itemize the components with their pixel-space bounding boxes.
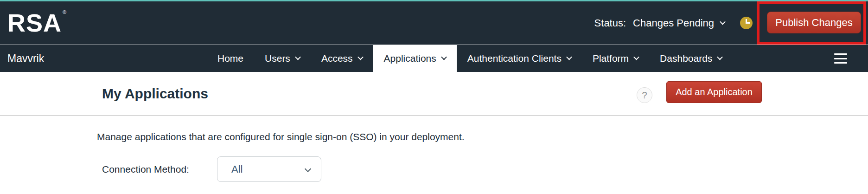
nav-item-access[interactable]: Access: [311, 45, 373, 72]
nav-item-label: Platform: [593, 53, 629, 64]
publish-changes-button[interactable]: Publish Changes: [767, 12, 861, 33]
connection-method-select[interactable]: All: [217, 156, 321, 182]
help-icon[interactable]: ?: [637, 87, 652, 103]
chevron-down-icon: [717, 54, 723, 60]
nav-item-label: Dashboards: [660, 53, 712, 64]
page-title: My Applications: [102, 86, 208, 102]
nav-item-authentication-clients[interactable]: Authentication Clients: [457, 45, 582, 72]
status-chevron-down-icon[interactable]: [720, 19, 726, 25]
add-application-button[interactable]: Add an Application: [666, 81, 762, 103]
nav-item-label: Users: [265, 53, 290, 64]
status-label: Status:: [594, 17, 626, 29]
nav-item-label: Authentication Clients: [467, 53, 562, 64]
nav-item-users[interactable]: Users: [254, 45, 311, 72]
connection-method-select-wrap: All: [217, 156, 321, 182]
nav-item-home[interactable]: Home: [207, 45, 254, 72]
nav-items: Home Users Access Applications Authentic…: [207, 45, 733, 72]
top-bar: RSA® Status: Changes Pending Publish Cha…: [0, 1, 868, 45]
chevron-down-icon: [633, 54, 639, 60]
nav-item-applications[interactable]: Applications: [373, 45, 457, 72]
nav-item-label: Access: [321, 53, 353, 64]
chevron-down-icon: [357, 54, 364, 60]
nav-item-label: Home: [217, 53, 243, 64]
status-group: Status: Changes Pending: [594, 1, 753, 45]
connection-method-label: Connection Method:: [102, 164, 189, 175]
chevron-down-icon: [441, 54, 447, 60]
status-value[interactable]: Changes Pending: [633, 17, 714, 29]
clock-hour-hand: [746, 22, 750, 24]
page-description: Manage applications that are configured …: [97, 131, 465, 142]
pending-clock-icon: [740, 17, 753, 29]
chevron-down-icon: [295, 54, 301, 60]
registered-mark: ®: [63, 9, 67, 15]
nav-item-dashboards[interactable]: Dashboards: [649, 45, 733, 72]
page-header: My Applications ? Add an Application: [0, 72, 868, 115]
rsa-logo: RSA®: [7, 10, 67, 35]
nav-item-platform[interactable]: Platform: [582, 45, 649, 72]
rsa-logo-text: RSA: [7, 9, 62, 37]
chevron-down-icon: [566, 54, 572, 60]
top-accent-line: [0, 0, 868, 1]
nav-item-label: Applications: [384, 53, 436, 64]
tenant-name: Mavvrik: [7, 52, 44, 65]
hamburger-menu-icon[interactable]: [834, 53, 847, 64]
header-divider: [0, 115, 868, 116]
main-nav-bar: Mavvrik Home Users Access Applications A…: [0, 45, 868, 72]
